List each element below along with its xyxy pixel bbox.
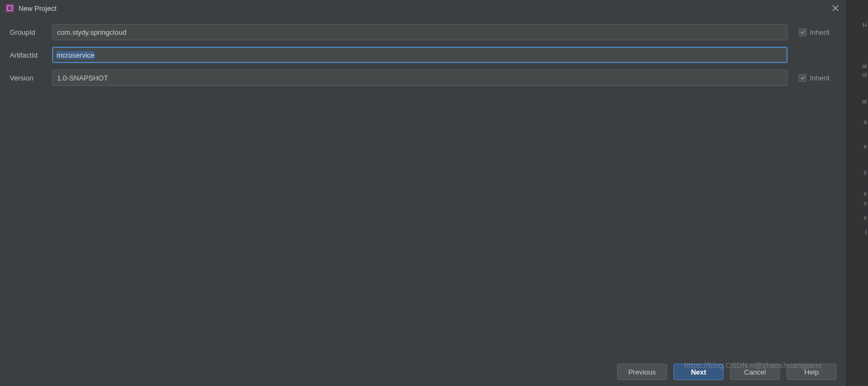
side-frag: H (863, 22, 867, 28)
button-bar: Previous Next Cancel Help (0, 358, 846, 386)
side-strip: H al oi at a e y e n e ( (846, 0, 868, 386)
version-label: Version (10, 74, 47, 82)
titlebar: New Project (0, 0, 846, 16)
close-icon (832, 5, 839, 11)
version-inherit-cell: Inherit (793, 74, 836, 82)
close-button[interactable] (829, 2, 842, 14)
side-frag: oi (862, 71, 867, 78)
intellij-icon (5, 4, 14, 13)
window-title: New Project (18, 4, 56, 13)
cancel-button[interactable]: Cancel (730, 364, 780, 380)
group-id-inherit-checkbox[interactable] (798, 28, 807, 36)
dialog-content: GroupId Inherit ArtifactId (0, 16, 846, 358)
artifact-id-value: mcroservice (56, 51, 95, 59)
group-id-inherit-cell: Inherit (793, 28, 836, 36)
version-inherit-label: Inherit (810, 74, 829, 82)
group-id-label: GroupId (10, 28, 47, 36)
new-project-dialog: New Project GroupId (0, 0, 846, 386)
side-frag: e (864, 214, 867, 221)
side-frag: e (864, 143, 867, 150)
artifact-id-row: ArtifactId mcroservice Inherit (10, 47, 836, 63)
help-button[interactable]: Help (787, 364, 836, 380)
previous-button[interactable]: Previous (617, 364, 667, 380)
side-frag: ( (865, 228, 867, 235)
version-row: Version Inherit (10, 70, 836, 86)
version-input[interactable] (52, 70, 788, 86)
side-frag: y (864, 169, 867, 175)
side-frag: at (862, 98, 867, 104)
check-icon (800, 75, 806, 80)
artifact-id-input[interactable]: mcroservice (52, 47, 788, 63)
side-frag: n (864, 200, 867, 207)
artifact-id-label: ArtifactId (10, 51, 47, 59)
app-shell: New Project GroupId (0, 0, 868, 386)
version-inherit-checkbox[interactable] (798, 74, 807, 82)
side-frag: a (864, 119, 867, 125)
check-icon (800, 29, 806, 35)
next-button[interactable]: Next (674, 364, 724, 380)
group-id-input[interactable] (52, 24, 788, 40)
side-frag: e (864, 190, 867, 197)
side-frag: al (862, 63, 867, 69)
group-id-inherit-label: Inherit (810, 28, 829, 36)
group-id-row: GroupId Inherit (10, 24, 836, 40)
